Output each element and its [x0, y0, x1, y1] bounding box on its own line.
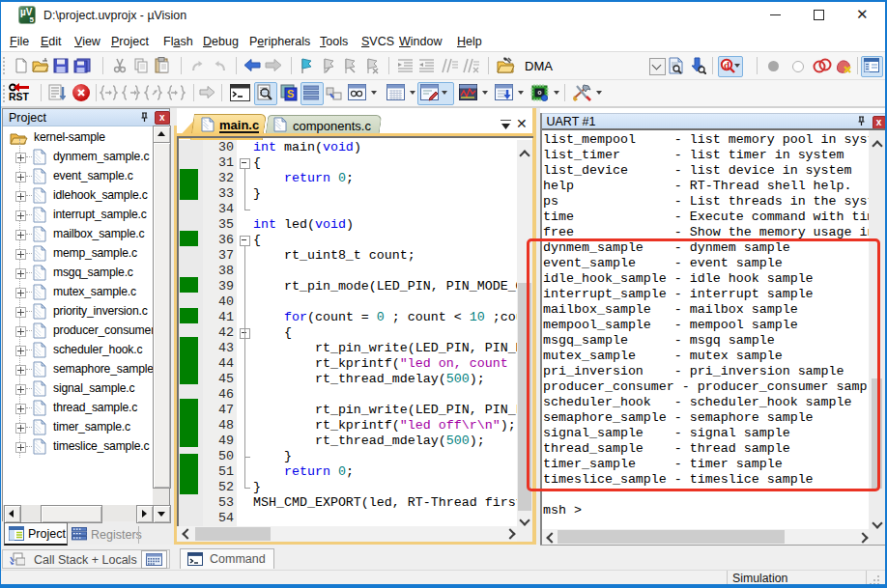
svg-text:d: d — [724, 59, 730, 70]
svg-text:S: S — [287, 88, 294, 99]
